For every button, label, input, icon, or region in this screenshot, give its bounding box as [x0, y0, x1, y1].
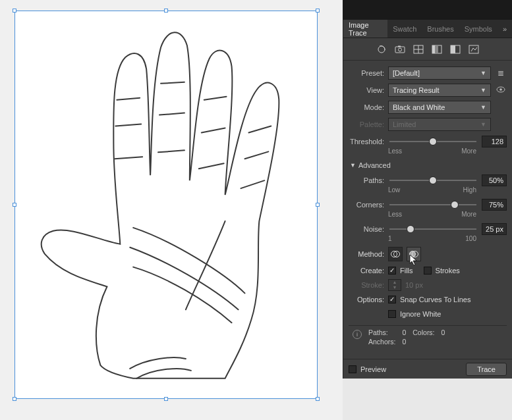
chevron-down-icon: ▼	[480, 104, 486, 111]
panel-tabs: Image Trace Swatch Brushes Symbols »	[343, 20, 512, 38]
stroke-value: 10 px	[405, 281, 423, 289]
svg-rect-11	[451, 45, 455, 53]
chevron-down-icon: ▼	[480, 121, 486, 128]
panel-dock-strip	[343, 0, 512, 20]
corners-label: Corners:	[349, 201, 384, 209]
paths-label: Paths:	[349, 176, 384, 184]
fills-checkbox[interactable]	[388, 267, 396, 275]
camera-icon[interactable]	[394, 44, 406, 55]
disclosure-triangle-icon: ▼	[350, 162, 356, 169]
corners-low: Less	[388, 211, 402, 218]
grid-icon[interactable]	[412, 44, 424, 55]
trace-preset-icons	[343, 38, 512, 61]
preview-checkbox[interactable]	[349, 365, 356, 373]
preset-menu-icon[interactable]: ≣	[495, 68, 507, 78]
grayscale-icon[interactable]	[431, 44, 443, 55]
ignore-white-checkbox[interactable]	[388, 310, 396, 318]
placed-image-bbox[interactable]	[14, 11, 318, 399]
noise-slider[interactable]	[389, 228, 476, 230]
info-anchors-label: Anchors:	[368, 338, 395, 346]
auto-color-icon[interactable]	[376, 44, 387, 55]
canvas-area[interactable]	[0, 0, 343, 420]
chevron-down-icon: ▼	[480, 70, 486, 76]
bbox-handle-se[interactable]	[316, 397, 320, 401]
method-abutting-button[interactable]	[388, 247, 403, 261]
preset-select[interactable]: [Default] ▼	[388, 66, 491, 80]
palette-value: Limited	[393, 120, 416, 128]
create-label: Create:	[349, 267, 384, 275]
bbox-handle-w[interactable]	[13, 203, 16, 207]
fills-checkbox-label: Fills	[400, 267, 413, 275]
svg-rect-8	[432, 45, 436, 53]
method-label: Method:	[349, 250, 384, 258]
paths-high: High	[463, 186, 476, 194]
corners-high: More	[461, 211, 476, 218]
trace-button[interactable]: Trace	[466, 363, 507, 376]
snap-checkbox[interactable]	[388, 296, 396, 303]
info-colors-value: 0	[441, 328, 445, 336]
noise-low: 1	[388, 235, 392, 242]
corners-value[interactable]: 75%	[482, 199, 507, 211]
tab-image-trace[interactable]: Image Trace	[343, 20, 387, 38]
threshold-value[interactable]: 128	[482, 136, 507, 147]
advanced-toggle[interactable]: ▼ Advanced	[349, 157, 507, 172]
svg-rect-3	[398, 45, 401, 47]
svg-point-2	[399, 48, 402, 51]
noise-high: 100	[465, 235, 476, 242]
preview-checkbox-label: Preview	[360, 365, 386, 373]
view-eye-icon[interactable]	[495, 86, 507, 95]
tab-symbols[interactable]: Symbols	[459, 20, 498, 38]
corners-slider-thumb[interactable]	[451, 201, 459, 209]
bbox-handle-sw[interactable]	[13, 397, 16, 401]
threshold-slider[interactable]	[389, 141, 476, 142]
noise-value[interactable]: 25 px	[482, 223, 507, 235]
paths-slider-thumb[interactable]	[429, 176, 437, 184]
advanced-label: Advanced	[358, 161, 391, 169]
threshold-slider-thumb[interactable]	[429, 138, 437, 145]
bw-icon[interactable]	[449, 44, 461, 55]
strokes-checkbox-label: Strokes	[436, 267, 460, 275]
tab-brushes[interactable]: Brushes	[422, 20, 459, 38]
ignore-white-checkbox-label: Ignore White	[400, 310, 441, 318]
stroke-spinner: ▲▼	[388, 279, 401, 291]
view-select[interactable]: Tracing Result ▼	[388, 84, 491, 97]
bbox-handle-ne[interactable]	[316, 9, 320, 13]
noise-slider-thumb[interactable]	[407, 225, 414, 233]
threshold-low: Less	[388, 147, 402, 155]
info-readout: Paths: 0 Colors: 0 Anchors: 0	[368, 328, 445, 346]
view-value: Tracing Result	[393, 86, 440, 94]
paths-value[interactable]: 50%	[482, 174, 507, 186]
mode-value: Black and White	[393, 103, 445, 111]
panel-tabs-overflow[interactable]: »	[498, 25, 512, 33]
info-icon: i	[353, 330, 362, 339]
corners-slider[interactable]	[389, 204, 476, 205]
outline-icon[interactable]	[468, 44, 480, 55]
tab-swatches[interactable]: Swatch	[387, 20, 422, 38]
method-overlapping-button[interactable]	[407, 247, 421, 261]
noise-label: Noise:	[349, 225, 384, 233]
stroke-label: Stroke:	[349, 281, 384, 289]
preset-label: Preset:	[349, 69, 384, 77]
palette-select: Limited ▼	[388, 118, 491, 131]
info-paths-value: 0	[402, 328, 406, 336]
paths-slider[interactable]	[389, 180, 476, 181]
hand-sketch	[15, 11, 317, 398]
svg-rect-12	[469, 45, 478, 53]
chevron-down-icon: ▼	[480, 87, 486, 93]
bbox-handle-e[interactable]	[316, 203, 320, 207]
paths-low: Low	[388, 186, 400, 194]
mode-select[interactable]: Black and White ▼	[388, 101, 491, 114]
palette-label: Palette:	[349, 120, 384, 128]
snap-checkbox-label: Snap Curves To Lines	[400, 296, 470, 303]
svg-rect-1	[395, 47, 405, 53]
mode-label: Mode:	[349, 103, 384, 111]
info-anchors-value: 0	[402, 338, 406, 346]
preset-value: [Default]	[393, 69, 420, 77]
bbox-handle-nw[interactable]	[13, 9, 16, 13]
strokes-checkbox[interactable]	[424, 267, 432, 275]
info-colors-label: Colors:	[412, 328, 434, 336]
bbox-handle-s[interactable]	[164, 397, 168, 401]
bbox-handle-n[interactable]	[164, 9, 168, 13]
options-label: Options:	[349, 296, 384, 303]
threshold-high: More	[461, 147, 476, 155]
